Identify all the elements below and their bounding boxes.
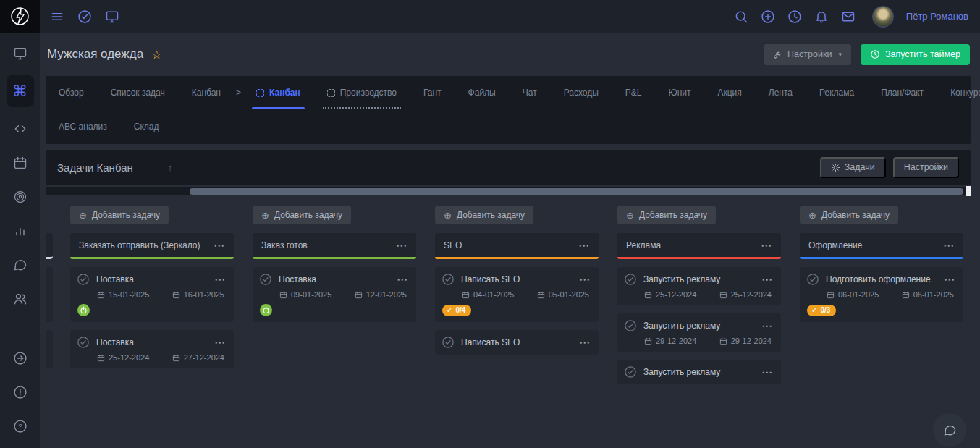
clock-icon[interactable] bbox=[787, 9, 802, 24]
kanban-card[interactable]: Запустить рекламу●●●29-12-202429-12-2024 bbox=[617, 313, 781, 352]
tab-13[interactable]: Лента bbox=[769, 76, 793, 109]
column-menu-icon[interactable]: ●●● bbox=[397, 243, 407, 248]
sidebar-item-help-circle-icon[interactable]: ? bbox=[7, 414, 34, 439]
kanban-card[interactable]: Написать SEO●●●04-01-202505-01-2025✓0/4 bbox=[435, 267, 599, 322]
kanban-card[interactable]: Поставка●●●15-01-202516-01-2025 bbox=[70, 267, 234, 322]
card-menu-icon[interactable]: ●●● bbox=[397, 277, 408, 282]
sidebar-item-users-icon[interactable] bbox=[7, 287, 34, 311]
tab-12[interactable]: Акция bbox=[717, 76, 741, 109]
mail-icon[interactable] bbox=[841, 9, 856, 24]
tab-9[interactable]: Расходы bbox=[564, 76, 599, 109]
sidebar-item-chat-icon[interactable] bbox=[7, 253, 34, 277]
column-header[interactable]: Реклама●●● bbox=[617, 233, 781, 259]
column-menu-icon[interactable]: ●●● bbox=[214, 243, 225, 248]
check-circle-icon[interactable] bbox=[77, 273, 90, 286]
project-settings-button[interactable]: Настройки ▾ bbox=[764, 44, 851, 65]
tab-2[interactable]: Канбан bbox=[192, 76, 221, 109]
support-chat-button[interactable] bbox=[933, 413, 966, 447]
column-menu-icon[interactable]: ●●● bbox=[944, 243, 955, 248]
tab-label: Лента bbox=[769, 88, 793, 98]
check-circle-icon[interactable] bbox=[806, 273, 819, 286]
sort-up-arrow-icon[interactable]: ↑ bbox=[168, 162, 173, 173]
add-task-button[interactable]: ⊕Добавить задачу bbox=[800, 206, 898, 224]
start-date: 04-01-2025 bbox=[462, 289, 514, 300]
card-menu-icon[interactable]: ●●● bbox=[580, 340, 591, 345]
tabs-row-2: АВС анализСклад bbox=[59, 109, 958, 144]
check-circle-icon[interactable] bbox=[259, 273, 272, 286]
lightning-logo-icon bbox=[10, 7, 30, 26]
star-icon[interactable]: ☆ bbox=[151, 48, 161, 62]
tab-r2-0[interactable]: АВС анализ bbox=[59, 109, 107, 144]
column-header[interactable]: Заказ готов●●● bbox=[253, 233, 416, 259]
check-circle-icon[interactable] bbox=[442, 336, 455, 349]
sidebar-item-chart-icon[interactable] bbox=[7, 219, 34, 243]
tab-8[interactable]: Чат bbox=[523, 76, 537, 109]
tab-1[interactable]: Список задач bbox=[111, 76, 165, 109]
monitor-icon[interactable] bbox=[105, 9, 119, 24]
check-circle-icon[interactable] bbox=[624, 273, 637, 286]
add-task-button[interactable]: ⊕Добавить задачу bbox=[70, 206, 169, 224]
column-menu-icon[interactable]: ●●● bbox=[761, 243, 772, 248]
kanban-card[interactable]: Запустить рекламу●●● bbox=[617, 360, 781, 384]
sidebar-item-arrow-right-circle-icon[interactable] bbox=[7, 346, 34, 371]
check-circle-icon[interactable] bbox=[624, 319, 637, 332]
kanban-card[interactable]: Поставка●●●25-12-202427-12-2024 bbox=[70, 330, 234, 368]
sidebar-item-monitor-icon[interactable] bbox=[7, 41, 34, 66]
check-circle-icon[interactable] bbox=[442, 273, 455, 286]
tab-15[interactable]: План/Факт bbox=[881, 76, 924, 109]
tab-5[interactable]: Производство bbox=[327, 76, 397, 109]
scrollbar-thumb[interactable] bbox=[190, 188, 963, 195]
bell-icon[interactable] bbox=[814, 9, 829, 24]
kanban-column-2: ⊕Добавить задачуSEO●●●Написать SEO●●●04-… bbox=[435, 206, 599, 355]
check-circle-icon[interactable] bbox=[77, 9, 92, 24]
card-menu-icon[interactable]: ●●● bbox=[580, 277, 591, 282]
search-icon[interactable] bbox=[734, 9, 748, 24]
user-name[interactable]: Пётр Романов bbox=[906, 11, 968, 22]
board-settings-button[interactable]: Настройки bbox=[893, 157, 959, 178]
sidebar-item-calendar-icon[interactable] bbox=[7, 151, 34, 175]
app-logo[interactable] bbox=[0, 0, 40, 33]
partial-card bbox=[46, 330, 53, 368]
tab-7[interactable]: Файлы bbox=[468, 76, 496, 109]
tab-4[interactable]: Канбан bbox=[256, 76, 300, 109]
tab-10[interactable]: P&L bbox=[625, 76, 642, 109]
plus-circle-icon[interactable] bbox=[761, 9, 775, 24]
card-menu-icon[interactable]: ●●● bbox=[215, 340, 226, 345]
sidebar-item-alert-circle-icon[interactable] bbox=[7, 380, 34, 405]
add-task-button[interactable]: ⊕Добавить задачу bbox=[253, 206, 351, 224]
column-header[interactable]: SEO●●● bbox=[435, 233, 599, 259]
tab-0[interactable]: Обзор bbox=[59, 76, 84, 109]
tab-14[interactable]: Реклама bbox=[819, 76, 854, 109]
sidebar-item-code-icon[interactable] bbox=[7, 117, 34, 141]
card-menu-icon[interactable]: ●●● bbox=[945, 277, 955, 282]
kanban-card[interactable]: Поставка●●●09-01-202512-01-2025 bbox=[253, 267, 416, 322]
tab-16[interactable]: Конкуренты bbox=[950, 76, 980, 109]
card-menu-icon[interactable]: ●●● bbox=[762, 324, 773, 328]
card-title: Написать SEO bbox=[461, 337, 573, 347]
partial-card bbox=[46, 267, 53, 322]
add-task-button[interactable]: ⊕Добавить задачу bbox=[435, 206, 533, 224]
column-header[interactable]: Заказать отправить (Зеркало)●●● bbox=[70, 233, 234, 259]
tasks-button[interactable]: Задачи bbox=[820, 157, 886, 178]
kanban-card[interactable]: Запустить рекламу●●●25-12-202425-12-2024 bbox=[617, 267, 781, 305]
menu-icon[interactable] bbox=[50, 9, 64, 24]
sidebar-item-target-icon[interactable] bbox=[7, 185, 34, 209]
tab-6[interactable]: Гант bbox=[423, 76, 442, 109]
kanban-card[interactable]: Подготовить оформление●●●06-01-202506-01… bbox=[800, 267, 963, 322]
add-task-button[interactable]: ⊕Добавить задачу bbox=[617, 206, 716, 224]
avatar[interactable] bbox=[872, 6, 894, 28]
check-circle-icon[interactable] bbox=[77, 336, 90, 349]
column-menu-icon[interactable]: ●●● bbox=[579, 243, 590, 248]
page-title: Мужская одежда bbox=[47, 47, 143, 62]
tab-11[interactable]: Юнит bbox=[669, 76, 691, 109]
card-menu-icon[interactable]: ●●● bbox=[762, 277, 773, 282]
start-timer-button[interactable]: Запустить таймер bbox=[861, 44, 970, 65]
check-circle-icon[interactable] bbox=[624, 365, 637, 379]
sidebar-item-command-icon[interactable]: ⌘ bbox=[7, 75, 34, 107]
column-header[interactable]: Оформление●●● bbox=[800, 233, 963, 259]
card-menu-icon[interactable]: ●●● bbox=[215, 277, 226, 282]
column-title: Заказать отправить (Зеркало) bbox=[79, 240, 200, 250]
tab-r2-1[interactable]: Склад bbox=[134, 109, 159, 144]
card-menu-icon[interactable]: ●●● bbox=[762, 370, 773, 374]
kanban-card[interactable]: Написать SEO●●● bbox=[435, 330, 599, 355]
